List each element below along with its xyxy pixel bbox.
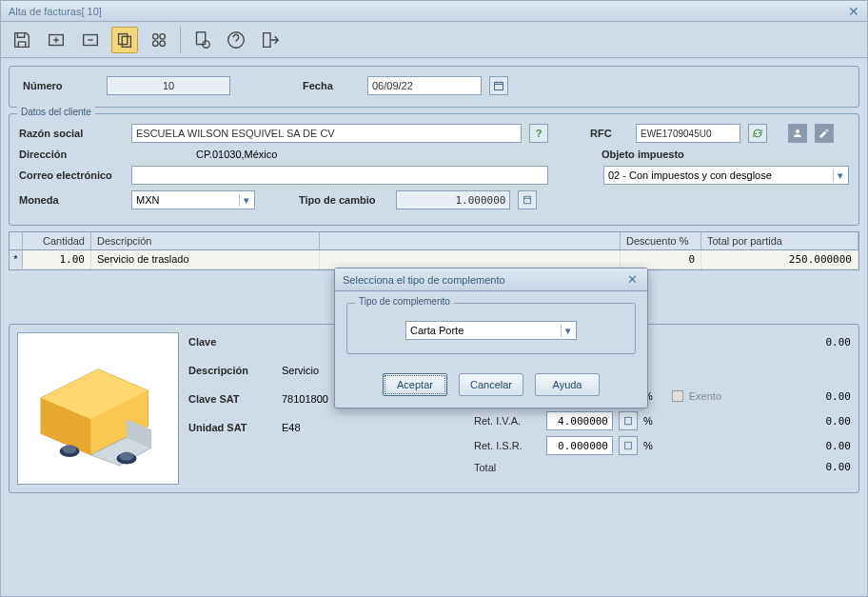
window-close-button[interactable]: ✕ (848, 4, 859, 19)
ayuda-button[interactable]: Ayuda (535, 373, 600, 396)
window-title: Alta de facturas[ 10] (9, 6, 848, 17)
toolbar (1, 22, 867, 58)
grid-header: Cantidad Descripción Descuento % Total p… (10, 232, 858, 250)
new-button[interactable] (43, 27, 69, 53)
razon-field[interactable]: ESCUELA WILSON ESQUIVEL SA DE CV (131, 124, 522, 143)
clave-sat-value: 78101800 (282, 393, 328, 405)
unidad-sat-label: Unidad SAT (188, 422, 274, 433)
svg-point-4 (153, 33, 159, 39)
rfc-field[interactable]: EWE1709045U0 (636, 124, 740, 143)
exento-label: Exento (689, 390, 721, 402)
svg-point-5 (160, 33, 166, 39)
tipo-cambio-field: 1.000000 (396, 190, 510, 209)
complemento-select[interactable]: Carta Porte ▾ (405, 321, 577, 340)
copy-button[interactable] (111, 27, 138, 53)
col-total[interactable]: Total por partida (701, 232, 858, 249)
table-row[interactable]: * 1.00 Servicio de traslado 0 250.000000 (10, 250, 858, 269)
cliente-legend: Datos del cliente (17, 107, 95, 117)
dialog-close-button[interactable]: ✕ (624, 272, 640, 288)
dialog-titlebar: Selecciona el tipo de complemento ✕ (335, 269, 647, 291)
ret-isr-label: Ret. I.S.R. (474, 440, 541, 451)
ret-isr-field[interactable]: 0.000000 (546, 436, 613, 455)
col-descuento[interactable]: Descuento % (621, 232, 701, 249)
svg-rect-11 (495, 83, 503, 90)
total-label: Total (474, 462, 541, 473)
iva-amount: 0.00 (794, 390, 851, 403)
numero-label: Número (23, 80, 99, 91)
help-button[interactable] (223, 27, 249, 53)
ret-iva-amount: 0.00 (794, 415, 851, 428)
cancelar-button[interactable]: Cancelar (459, 373, 523, 396)
total-amount: 0.00 (794, 461, 851, 473)
numero-field: 10 (107, 76, 230, 95)
razon-label: Razón social (19, 128, 124, 139)
grid-button[interactable] (146, 27, 172, 53)
chevron-down-icon: ▾ (833, 169, 846, 182)
tipo-cambio-calc-button[interactable] (518, 190, 537, 209)
chevron-down-icon: ▾ (561, 325, 574, 337)
remove-button[interactable] (77, 27, 104, 53)
ret-iva-field[interactable]: 4.000000 (546, 411, 613, 430)
titlebar: Alta de facturas[ 10] ✕ (1, 1, 867, 22)
correo-field[interactable] (131, 166, 548, 185)
header-panel: Número 10 Fecha 06/09/22 (9, 66, 859, 108)
descripcion-label: Descripción (188, 365, 274, 376)
moneda-select[interactable]: MXN ▾ (131, 190, 255, 209)
svg-point-7 (160, 40, 166, 45)
exento-checkbox[interactable] (672, 390, 683, 402)
exit-button[interactable] (257, 27, 284, 53)
top-amount: 0.00 (794, 336, 851, 348)
svg-point-12 (796, 129, 799, 133)
complemento-legend: Tipo de complemento (355, 296, 454, 307)
moneda-label: Moneda (19, 194, 124, 206)
grid-rowmark-header (10, 232, 23, 249)
unidad-sat-value: E48 (282, 422, 301, 433)
direccion-value: CP.01030,México (196, 149, 277, 160)
dialog-title: Selecciona el tipo de complemento (343, 274, 624, 286)
ret-isr-amount: 0.00 (794, 440, 851, 452)
toolbar-divider (180, 27, 181, 53)
fecha-calendar-button[interactable] (489, 76, 508, 95)
items-grid: Cantidad Descripción Descuento % Total p… (9, 231, 859, 270)
rfc-user-button[interactable] (788, 124, 807, 143)
svg-point-6 (153, 40, 159, 45)
rfc-edit-button[interactable] (815, 124, 834, 143)
svg-rect-25 (625, 417, 632, 425)
main-window: Alta de facturas[ 10] ✕ Número 10 Fecha … (0, 0, 868, 597)
ret-iva-label: Ret. I.V.A. (474, 415, 541, 427)
svg-rect-3 (122, 36, 130, 47)
tipo-cambio-label: Tipo de cambio (299, 194, 375, 206)
ret-iva-calc-button[interactable] (619, 411, 638, 430)
fecha-field[interactable]: 06/09/22 (367, 76, 482, 95)
ret-isr-calc-button[interactable] (619, 436, 638, 455)
descripcion-value: Servicio (282, 365, 319, 376)
direccion-label: Dirección (19, 149, 124, 160)
row-marker: * (10, 250, 23, 269)
svg-rect-13 (524, 196, 531, 204)
complemento-fieldset: Tipo de complemento Carta Porte ▾ (346, 303, 636, 354)
aceptar-button[interactable]: Aceptar (383, 373, 447, 396)
svg-point-23 (120, 452, 134, 461)
col-descripcion[interactable]: Descripción (91, 232, 320, 249)
fecha-label: Fecha (303, 80, 360, 91)
svg-point-22 (63, 445, 77, 453)
product-image (17, 332, 179, 485)
save-button[interactable] (9, 27, 35, 53)
clave-label: Clave (188, 336, 274, 348)
config-button[interactable] (188, 27, 215, 53)
rfc-refresh-button[interactable] (748, 124, 767, 143)
objeto-label: Objeto impuesto (602, 149, 684, 160)
col-cantidad[interactable]: Cantidad (23, 232, 91, 249)
svg-rect-26 (625, 442, 632, 449)
rfc-label: RFC (590, 128, 628, 139)
correo-label: Correo electrónico (19, 169, 124, 181)
col-spacer (320, 232, 621, 249)
clave-sat-label: Clave SAT (188, 393, 274, 405)
razon-help-button[interactable]: ? (529, 124, 548, 143)
chevron-down-icon: ▾ (239, 194, 252, 207)
svg-rect-2 (119, 33, 128, 44)
complemento-dialog: Selecciona el tipo de complemento ✕ Tipo… (334, 268, 648, 408)
cliente-panel: Datos del cliente Razón social ESCUELA W… (9, 113, 859, 226)
objeto-select[interactable]: 02 - Con impuestos y con desglose ▾ (603, 166, 849, 185)
